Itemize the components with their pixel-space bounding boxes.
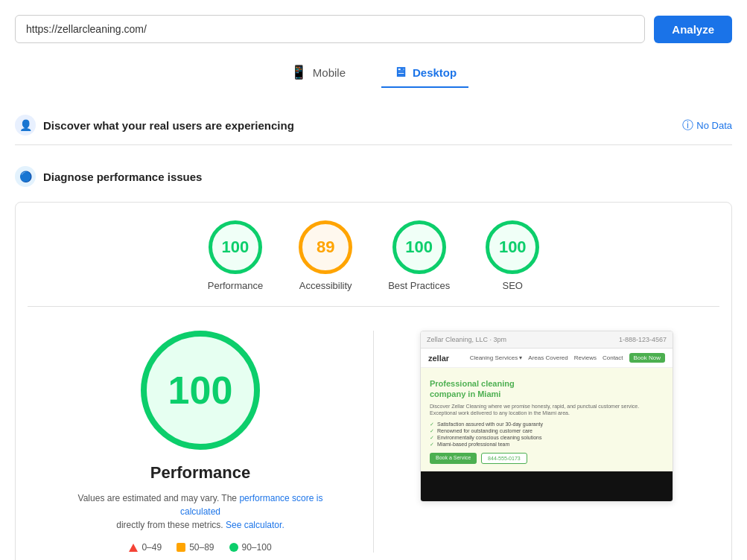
legend-low-label: 0–49 (142, 542, 162, 553)
preview-footer (421, 471, 673, 501)
score-circle-accessibility: 89 (299, 220, 352, 274)
preview-hero: Professional cleaning company in Miami D… (421, 368, 673, 471)
no-data-link[interactable]: ⓘ No Data (682, 118, 732, 133)
preview-cta-btn: Book Now (629, 353, 665, 363)
score-value-accessibility: 89 (317, 238, 334, 257)
list-item: Environmentally conscious cleaning solut… (430, 435, 664, 440)
preview-hero-title: Professional cleaning company in Miami (430, 378, 664, 400)
preview-nav-contact: Contact (603, 354, 623, 361)
perf-big-label: Performance (150, 463, 251, 483)
score-label-best-practices: Best Practices (388, 280, 450, 291)
perf-calculator-link[interactable]: See calculator. (226, 520, 285, 530)
legend-high: 90–100 (229, 542, 272, 553)
legend-row: 0–49 50–89 90–100 (129, 542, 271, 553)
real-users-icon: 👤 (15, 115, 36, 136)
score-item-performance: 100 Performance (208, 220, 263, 291)
list-item: Renowned for outstanding customer care (430, 428, 664, 433)
score-item-best-practices: 100 Best Practices (388, 220, 450, 291)
preview-nav-reviews: Reviews (574, 354, 597, 361)
score-circle-performance: 100 (209, 220, 262, 274)
legend-square-icon (177, 543, 185, 552)
preview-nav-cleaning: Cleaning Services ▾ (470, 354, 523, 361)
legend-circle-icon (229, 543, 238, 552)
preview-nav: zellar Cleaning Services ▾ Areas Covered… (421, 349, 673, 368)
score-circle-best-practices: 100 (392, 220, 446, 274)
tab-mobile-label: Mobile (313, 66, 346, 79)
preview-nav-areas: Areas Covered (528, 354, 568, 361)
legend-triangle-icon (129, 544, 138, 552)
score-item-accessibility: 89 Accessibility (299, 220, 352, 291)
diagnose-title: Diagnose performance issues (43, 171, 202, 183)
preview-nav-links: Cleaning Services ▾ Areas Covered Review… (470, 353, 665, 363)
preview-book-btn: Book a Service (430, 453, 477, 464)
list-item: Satisfaction assured with our 30-day gua… (430, 421, 664, 427)
legend-mid-label: 50–89 (189, 542, 214, 553)
score-item-seo: 100 SEO (486, 220, 539, 291)
real-users-title: Discover what your real users are experi… (43, 119, 294, 132)
score-card: 100 Performance 89 Accessibility 100 Bes… (15, 202, 732, 560)
diagnose-banner: 🔵 Diagnose performance issues (15, 157, 732, 196)
website-preview: Zellar Cleaning, LLC · 3pm 1-888-123-456… (420, 331, 673, 502)
big-score-value: 100 (168, 368, 233, 413)
legend-low: 0–49 (129, 542, 162, 553)
perf-note-text: Values are estimated and may vary. The (78, 493, 237, 503)
mobile-icon: 📱 (290, 64, 307, 80)
desktop-icon: 🖥 (393, 65, 407, 80)
score-label-seo: SEO (503, 280, 523, 291)
preview-quote-btn: 844-555-0173 (481, 453, 527, 464)
analyze-button[interactable]: Analyze (654, 16, 732, 43)
performance-detail: 100 Performance Values are estimated and… (28, 307, 719, 560)
no-data-label: No Data (696, 120, 732, 131)
tab-desktop-label: Desktop (413, 66, 457, 79)
preview-btns: Book a Service 844-555-0173 (430, 453, 664, 464)
url-input[interactable] (15, 15, 645, 43)
legend-high-label: 90–100 (242, 542, 272, 553)
preview-hero-sub: Discover Zellar Cleaning where we promis… (430, 403, 664, 418)
real-users-banner: 👤 Discover what your real users are expe… (15, 106, 732, 145)
score-label-accessibility: Accessibility (299, 280, 352, 291)
legend-mid: 50–89 (177, 542, 214, 553)
preview-topbar-left: Zellar Cleaning, LLC · 3pm (427, 336, 506, 343)
diagnose-left: 🔵 Diagnose performance issues (15, 166, 202, 187)
url-bar-row: Analyze (15, 15, 732, 43)
perf-note-text2: directly from these metrics. (116, 520, 223, 530)
diagnose-icon: 🔵 (15, 166, 36, 187)
page-wrapper: Analyze 📱 Mobile 🖥 Desktop 👤 Discover wh… (0, 0, 747, 560)
score-value-seo: 100 (499, 238, 527, 257)
preview-hero-list: Satisfaction assured with our 30-day gua… (430, 421, 664, 447)
score-value-best-practices: 100 (405, 238, 433, 257)
score-label-performance: Performance (208, 280, 263, 291)
preview-topbar: Zellar Cleaning, LLC · 3pm 1-888-123-456… (421, 331, 673, 349)
perf-right: Zellar Cleaning, LLC · 3pm 1-888-123-456… (374, 331, 719, 553)
perf-left: 100 Performance Values are estimated and… (28, 331, 374, 553)
big-score-circle: 100 (141, 331, 260, 450)
tab-desktop[interactable]: 🖥 Desktop (381, 58, 468, 88)
tab-mobile[interactable]: 📱 Mobile (279, 58, 357, 88)
info-icon: ⓘ (682, 118, 693, 133)
real-users-left: 👤 Discover what your real users are expe… (15, 115, 294, 136)
score-circles-row: 100 Performance 89 Accessibility 100 Bes… (28, 220, 719, 307)
score-circle-seo: 100 (486, 220, 539, 274)
list-item: Miami-based professional team (430, 442, 664, 447)
preview-logo: zellar (428, 354, 449, 363)
preview-topbar-right: 1-888-123-4567 (619, 336, 667, 343)
score-value-performance: 100 (222, 238, 249, 257)
device-tabs: 📱 Mobile 🖥 Desktop (15, 58, 732, 88)
perf-note: Values are estimated and may vary. The p… (59, 491, 342, 532)
